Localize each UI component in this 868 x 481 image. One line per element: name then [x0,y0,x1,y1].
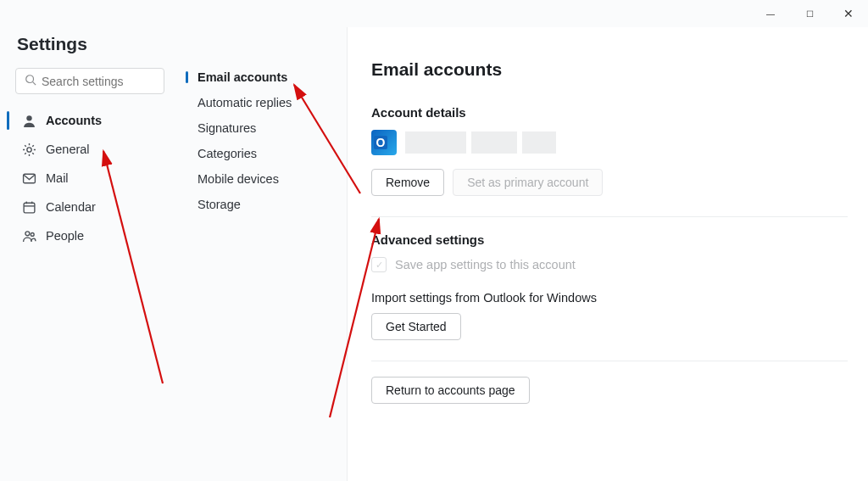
nav-label: Mail [46,171,69,185]
content-title: Email accounts [371,59,848,80]
divider [371,361,848,361]
account-email-redacted [405,131,556,154]
nav-accounts[interactable]: Accounts [15,106,164,135]
search-icon [25,74,36,88]
search-input[interactable] [42,75,155,88]
nav-calendar[interactable]: Calendar [15,193,164,221]
close-button[interactable]: ✕ [829,0,868,27]
gear-icon [20,141,37,158]
settings-title: Settings [17,34,164,54]
get-started-button[interactable]: Get Started [371,313,461,340]
svg-point-3 [26,147,31,151]
svg-line-1 [33,82,36,86]
subnav-email-accounts[interactable]: Email accounts [186,64,337,90]
svg-point-0 [26,76,34,83]
return-button[interactable]: Return to accounts page [371,377,530,404]
envelope-icon [20,170,37,187]
nav-label: General [46,143,90,156]
svg-rect-5 [24,203,35,213]
subnav-categories[interactable]: Categories [186,141,337,166]
divider [371,216,848,217]
people-icon [20,227,37,244]
nav-mail[interactable]: Mail [15,164,164,193]
remove-button[interactable]: Remove [371,169,444,196]
nav-label: Accounts [46,114,102,127]
nav-people[interactable]: People [15,221,164,250]
subnav-mobile-devices[interactable]: Mobile devices [186,166,337,192]
titlebar: — ☐ ✕ [0,0,868,27]
search-box[interactable] [15,68,164,94]
subnav-storage[interactable]: Storage [186,192,337,217]
nav-general[interactable]: General [15,135,164,164]
account-details-heading: Account details [371,105,848,120]
primary-sidebar: Settings Accounts General Mail [0,27,174,481]
person-icon [20,112,37,129]
nav-label: Calendar [46,200,96,214]
svg-point-9 [25,231,29,235]
import-text: Import settings from Outlook for Windows [371,291,848,305]
subnav-signatures[interactable]: Signatures [186,115,337,141]
outlook-icon [371,130,397,155]
calendar-icon [20,199,37,215]
maximize-button[interactable]: ☐ [790,0,829,27]
svg-point-10 [31,232,34,236]
save-app-label: Save app settings to this account [395,258,576,271]
nav-label: People [46,229,84,243]
save-app-settings-row: ✓ Save app settings to this account [371,257,848,272]
account-row [371,130,848,155]
svg-point-2 [26,115,31,120]
advanced-settings-heading: Advanced settings [371,232,848,247]
set-primary-button: Set as primary account [453,169,603,196]
content-pane: Email accounts Account details Remove Se… [348,27,868,481]
window-controls: — ☐ ✕ [751,0,868,27]
secondary-sidebar: Email accounts Automatic replies Signatu… [174,27,348,481]
save-app-checkbox: ✓ [371,257,387,272]
subnav-automatic-replies[interactable]: Automatic replies [186,90,337,115]
minimize-button[interactable]: — [751,0,790,27]
